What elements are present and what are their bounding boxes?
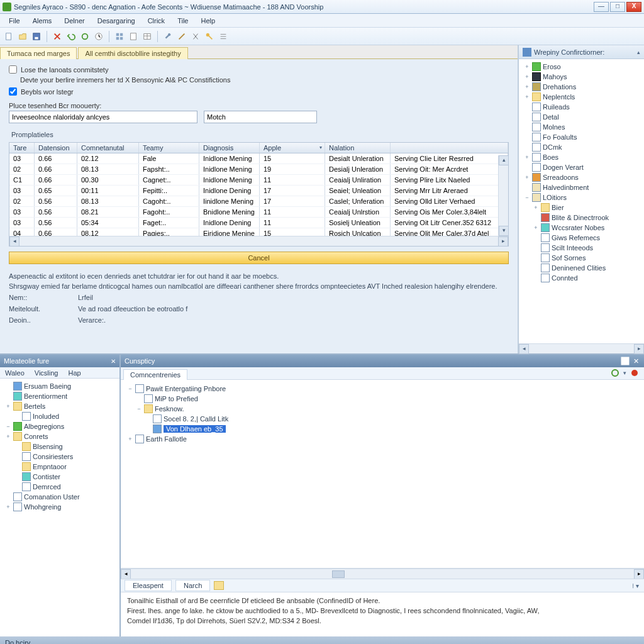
tree-node[interactable]: Empntaoor: [1, 462, 118, 472]
tree-node[interactable]: Demrced: [1, 482, 118, 492]
menu-desargaring[interactable]: Desargaring: [91, 16, 142, 26]
tree-node[interactable]: +Boes: [520, 152, 643, 162]
tool-close-icon[interactable]: ✕: [633, 357, 639, 365]
tree-node[interactable]: +Bertels: [1, 401, 118, 411]
table-vscroll[interactable]: ▴▾: [498, 155, 508, 236]
tree-twisty-icon[interactable]: +: [5, 504, 11, 510]
tree-node[interactable]: Blite & Dinectrrook: [520, 213, 643, 223]
tree-twisty-icon[interactable]: −: [524, 194, 530, 201]
tree-node[interactable]: Fo Foalults: [520, 132, 643, 142]
tree-node[interactable]: Ruileads: [520, 102, 643, 112]
tree-node[interactable]: Comanation Uster: [1, 492, 118, 502]
tool-save-icon[interactable]: [30, 30, 43, 43]
col-teamy[interactable]: Teamy: [139, 143, 199, 153]
tree-node[interactable]: MiP to Prefied: [123, 394, 641, 404]
tree-node[interactable]: +Whohgreing: [1, 502, 118, 512]
tree-twisty-icon[interactable]: +: [524, 174, 530, 180]
tool-new-icon[interactable]: [3, 30, 15, 43]
tool-window-icon[interactable]: [621, 357, 630, 365]
sidebar-collapse-icon[interactable]: ▴: [637, 49, 640, 55]
tree-twisty-icon[interactable]: +: [5, 403, 11, 409]
col-diagnosis[interactable]: Diagnosis: [199, 143, 260, 153]
tree-node[interactable]: +Neplentcls: [520, 92, 643, 102]
tree-node[interactable]: Inoluded: [1, 411, 118, 421]
tree-node[interactable]: Von Dlhaen eb_35: [123, 424, 641, 434]
tool-open-icon[interactable]: [16, 30, 29, 43]
col-apple[interactable]: Apple: [260, 143, 325, 153]
tool-dropdown-icon[interactable]: ▾: [623, 370, 626, 376]
table-row[interactable]: 020.6608.13Fapsht:..Inidlone Mening19Des…: [9, 164, 508, 175]
tree-twisty-icon[interactable]: +: [524, 64, 530, 70]
right-hscroll[interactable]: ◂ ▸: [121, 569, 644, 579]
tree-twisty-icon[interactable]: +: [524, 84, 530, 90]
table-hscroll[interactable]: ◂▸: [9, 236, 508, 246]
tree-node[interactable]: +Conrets: [1, 431, 118, 441]
tree-twisty-icon[interactable]: +: [524, 74, 530, 80]
tree-node[interactable]: Consiriesters: [1, 452, 118, 462]
tree-node[interactable]: Contister: [1, 472, 118, 482]
tool-cut-icon[interactable]: [189, 30, 202, 43]
tree-node[interactable]: Socel 8. 2,| Calld Litk: [123, 414, 641, 424]
tree-node[interactable]: Connted: [520, 273, 643, 283]
tree-node[interactable]: +Wccsrater Nobes: [520, 223, 643, 233]
left-pane-close-icon[interactable]: ✕: [111, 358, 116, 365]
menu-delner[interactable]: Delner: [58, 16, 91, 26]
tree-node[interactable]: +Earth Fallotle: [123, 434, 641, 444]
tree-twisty-icon[interactable]: −: [5, 423, 11, 430]
tree-node[interactable]: Detal: [520, 112, 643, 122]
tool-wand-icon[interactable]: [175, 30, 188, 43]
btab-narch[interactable]: Narch: [175, 580, 210, 591]
tree-node[interactable]: Berentiorment: [1, 391, 118, 401]
tool-wrench-icon[interactable]: [162, 30, 174, 43]
input-motch[interactable]: [204, 111, 317, 123]
lmenu-hap[interactable]: Hap: [64, 369, 86, 377]
tool-table-icon[interactable]: [141, 30, 153, 43]
menu-help[interactable]: Help: [194, 16, 221, 26]
table-row[interactable]: 030.6602.12FaleInidlone Mening15Desialt …: [9, 153, 508, 164]
tree-node[interactable]: +Drehations: [520, 82, 643, 92]
table-row[interactable]: 040.6608.12Pagies:..Eiridione Menine15Ro…: [9, 228, 508, 236]
tree-node[interactable]: Blsensing: [1, 441, 118, 452]
tool-refresh-icon[interactable]: [611, 369, 619, 377]
tree-node[interactable]: Sof Sornes: [520, 253, 643, 263]
menu-file[interactable]: File: [3, 16, 26, 26]
checkbox-beybls[interactable]: [9, 87, 17, 96]
table-row[interactable]: 030.5608.21Fagoht:..Bnidlone Mening11Cea…: [9, 207, 508, 218]
tree-twisty-icon[interactable]: +: [524, 94, 530, 100]
tool-list-icon[interactable]: [217, 30, 230, 43]
tree-twisty-icon[interactable]: +: [533, 204, 539, 211]
tool-doc-icon[interactable]: [127, 30, 140, 43]
tree-node[interactable]: Deninened Clities: [520, 263, 643, 273]
tool-key-icon[interactable]: [203, 30, 216, 43]
tree-node[interactable]: −Pawit Entergatiing Pnbore: [123, 384, 641, 394]
tree-node[interactable]: −LOitiors: [520, 192, 643, 203]
btab-folder-icon[interactable]: [214, 581, 224, 590]
col-comnetanutal[interactable]: Comnetanutal: [77, 143, 139, 153]
tool-clock-icon[interactable]: [92, 30, 105, 43]
tree-twisty-icon[interactable]: −: [127, 386, 133, 392]
btab-eleaspent[interactable]: Eleaspent: [125, 580, 172, 591]
tree-node[interactable]: +Eroso: [520, 62, 643, 72]
tree-node[interactable]: +Mahoys: [520, 72, 643, 82]
rtab-comnc[interactable]: Comncentrenies: [123, 369, 187, 380]
window-close[interactable]: X: [626, 2, 641, 12]
col-datension[interactable]: Datension: [35, 143, 77, 153]
tree-node[interactable]: Molnes: [520, 122, 643, 132]
tree-node[interactable]: DCmk: [520, 142, 643, 152]
cancel-button[interactable]: Cancel: [9, 252, 509, 264]
col-nalation[interactable]: Nalation: [325, 143, 391, 153]
window-maximize[interactable]: □: [610, 2, 625, 12]
col-tare[interactable]: Tare: [9, 143, 35, 153]
tree-node[interactable]: +Bier: [520, 203, 643, 213]
btab-menu-icon[interactable]: ⁞ ▾: [632, 582, 639, 589]
checkbox-lose-lanoats[interactable]: [9, 65, 17, 74]
table-row[interactable]: C10.6600.30Cagnet:..Inidlone Mening11Cea…: [9, 175, 508, 186]
menu-clrick[interactable]: Clrick: [142, 16, 172, 26]
tool-refresh-icon[interactable]: [79, 30, 91, 43]
tool-stop-icon[interactable]: [630, 369, 639, 377]
col-extra[interactable]: [391, 143, 508, 153]
lmenu-vicsling[interactable]: Vicsling: [30, 369, 64, 377]
tree-node[interactable]: +Srreadoons: [520, 172, 643, 182]
lmenu-waleo[interactable]: Waleo: [0, 369, 30, 377]
window-minimize[interactable]: —: [594, 2, 609, 12]
